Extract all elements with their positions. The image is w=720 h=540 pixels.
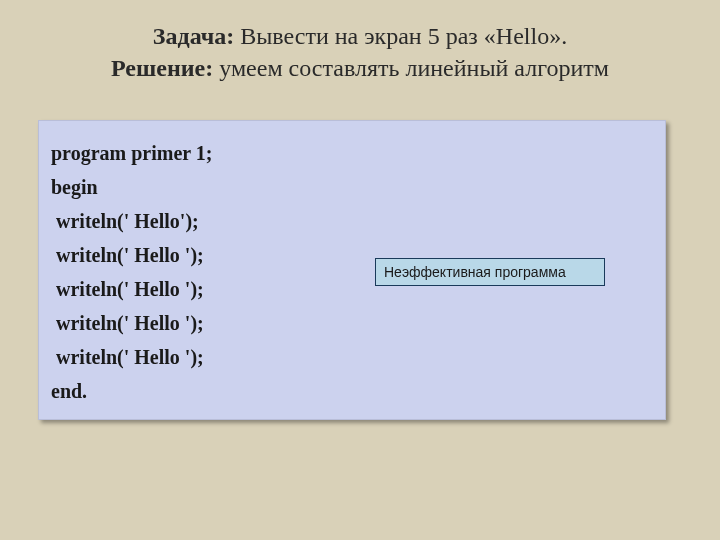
task-label: Задача: (153, 23, 234, 49)
slide: Задача: Вывести на экран 5 раз «Hello». … (0, 0, 720, 540)
code-line: program primer 1; (51, 136, 653, 170)
solution-text: умеем составлять линейный алгоритм (213, 55, 609, 81)
note-text: Неэффективная программа (384, 264, 566, 280)
task-text: Вывести на экран 5 раз «Hello». (234, 23, 567, 49)
note-box: Неэффективная программа (375, 258, 605, 286)
code-line: writeln(' Hello '); (51, 306, 653, 340)
solution-label: Решение: (111, 55, 213, 81)
code-line: end. (51, 374, 653, 408)
slide-title: Задача: Вывести на экран 5 раз «Hello». … (0, 0, 720, 85)
code-line: begin (51, 170, 653, 204)
code-line: writeln(' Hello '); (51, 340, 653, 374)
code-line: writeln(' Hello'); (51, 204, 653, 238)
